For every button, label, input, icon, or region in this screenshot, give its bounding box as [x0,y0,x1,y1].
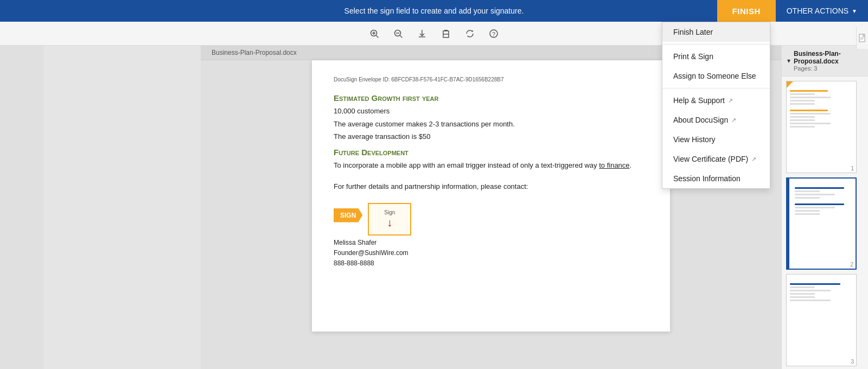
external-link-icon: ↗ [728,97,733,104]
top-action-buttons: FINISH OTHER ACTIONS ▼ [717,0,868,22]
page-corner-fold-1 [787,81,793,88]
contact-name: Melissa Shafer [334,238,648,248]
dropdown-about-docusign[interactable]: About DocuSign ↗ [662,110,770,130]
sidebar-header: ▾ Business-Plan-Proposal.docx Pages: 3 [782,46,868,77]
zoom-in-icon[interactable] [367,26,382,41]
external-link-icon-3: ↗ [751,156,756,163]
dropdown-arrow-icon: ▼ [852,8,857,14]
growth-transaction-value: The average transaction is $50 [334,131,648,142]
contact-intro: For further details and partnership info… [334,181,648,192]
print-icon[interactable] [438,26,454,41]
other-actions-button[interactable]: OTHER ACTIONS ▼ [776,0,868,22]
left-panel [0,46,201,369]
thumb-img-2: 2 [786,177,857,270]
contact-email: Founder@SushiWire.com [334,248,648,258]
growth-customers: 10,000 customers [334,106,648,117]
thumbnail-page-2[interactable]: 2 [786,177,864,270]
document-filename: Business-Plan-Proposal.docx [212,49,297,56]
sidebar-filename: Business-Plan-Proposal.docx [794,50,863,65]
svg-line-1 [376,35,379,37]
heading-growth: Estimated Growth first year [334,93,648,103]
thumb-img-1: 1 [786,81,857,173]
sign-arrow-button[interactable]: SIGN [334,208,362,222]
dropdown-separator-2 [662,88,770,88]
thumb-img-3: 3 [786,274,857,366]
sign-field[interactable]: Sign ↓ [368,203,411,236]
growth-transactions: The average customer makes 2-3 transacti… [334,119,648,130]
sidebar-thumbnails: 1 2 [782,77,868,369]
svg-line-5 [400,35,403,37]
sidebar-pages: Pages: 3 [794,65,863,72]
dropdown-assign-someone[interactable]: Assign to Someone Else [662,66,770,86]
contact-info: Melissa Shafer Founder@SushiWire.com 888… [334,238,648,269]
svg-text:?: ? [492,30,495,37]
sign-box-down-arrow-icon: ↓ [387,217,392,229]
sign-box-label: Sign [384,209,395,215]
thumbnail-page-1[interactable]: 1 [786,81,864,173]
svg-rect-9 [443,34,449,37]
dropdown-help-support[interactable]: Help & Support ↗ [662,91,770,110]
dropdown-finish-later[interactable]: Finish Later [662,22,770,42]
other-actions-dropdown: Finish Later Print & Sign Assign to Some… [662,22,770,189]
external-link-icon-2: ↗ [731,117,736,124]
top-notification-bar: Select the sign field to create and add … [0,0,868,22]
sign-area: SIGN Sign ↓ [334,203,648,236]
svg-rect-10 [444,30,448,31]
contact-phone: 888-888-8888 [334,258,648,269]
heading-future: Future Development [334,148,648,157]
refresh-icon[interactable] [462,26,477,41]
help-icon[interactable]: ? [486,26,501,41]
zoom-out-icon[interactable] [391,26,406,41]
sidebar-chevron-icon: ▾ [787,57,790,65]
notification-message: Select the sign field to create and add … [344,7,524,15]
collapse-sidebar-button[interactable] [856,27,868,49]
dropdown-view-history[interactable]: View History [662,130,770,149]
finish-button[interactable]: FINISH [717,0,776,22]
envelope-id: DocuSign Envelope ID: 6BFCDF38-F576-41FC… [334,77,648,82]
document-page: DocuSign Envelope ID: 6BFCDF38-F576-41FC… [312,60,670,332]
dropdown-print-sign[interactable]: Print & Sign [662,47,770,66]
right-sidebar: ▾ Business-Plan-Proposal.docx Pages: 3 [781,46,868,369]
thumbnail-page-3[interactable]: 3 [786,274,864,366]
future-dev-text: To incorporate a mobile app with an emai… [334,160,648,171]
download-icon[interactable] [414,26,430,41]
dropdown-view-certificate[interactable]: View Certificate (PDF) ↗ [662,149,770,169]
dropdown-separator-1 [662,44,770,44]
dropdown-session-info[interactable]: Session Information [662,169,770,188]
